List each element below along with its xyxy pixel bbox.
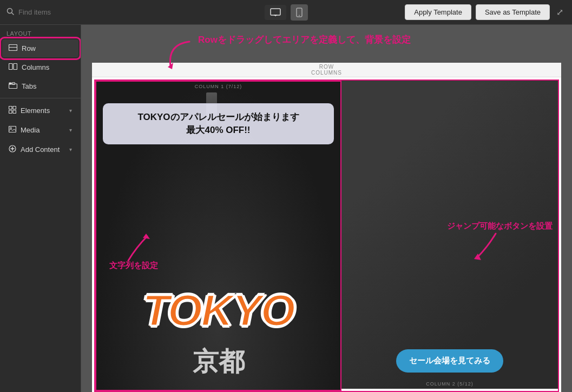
svg-rect-12 xyxy=(9,83,12,85)
sidebar: Layout Row Columns xyxy=(0,25,81,392)
row-icon xyxy=(9,44,17,52)
row-block: COLUMN 1 (7/12) TOKYO 京都 xyxy=(94,79,559,392)
sidebar-item-tabs-label: Tabs xyxy=(22,82,36,90)
sidebar-item-columns-label: Columns xyxy=(22,63,49,71)
search-area xyxy=(6,8,83,17)
svg-rect-9 xyxy=(9,64,13,70)
canvas-area: Rowをドラッグしてエリアを定義して、背景を設定 ROW COLUMNS COL… xyxy=(81,25,572,392)
sidebar-item-elements[interactable]: Elements ▾ xyxy=(2,101,78,120)
svg-rect-2 xyxy=(271,9,280,15)
topbar: Apply Template Save as Template ⤢ xyxy=(0,0,572,25)
kyoto-text-display: 京都 xyxy=(193,344,245,379)
column-2: セール会場を見てみる COLUMN 2 (5/12) ジャンプ可能なボタンを設置 xyxy=(341,81,558,391)
mobile-device-btn[interactable] xyxy=(291,4,308,21)
elements-icon xyxy=(9,106,16,115)
tokyo-text-display: TOKYO xyxy=(142,285,294,336)
text-overlay-box: TOKYOのアパレルセールが始まります 最大40% OFF!! xyxy=(103,103,334,144)
add-content-icon xyxy=(9,145,16,154)
text-overlay-main: TOKYOのアパレルセールが始まります 最大40% OFF!! xyxy=(113,111,324,137)
svg-rect-10 xyxy=(14,64,17,70)
sidebar-item-add-content-label: Add Content xyxy=(21,145,60,154)
layout-section-label: Layout xyxy=(0,25,81,39)
search-input[interactable] xyxy=(18,8,83,16)
svg-point-6 xyxy=(299,15,300,16)
column-1: COLUMN 1 (7/12) TOKYO 京都 xyxy=(95,81,341,391)
col1-label: COLUMN 1 (7/12) xyxy=(195,84,242,89)
topbar-actions: Apply Template Save as Template ⤢ xyxy=(405,4,566,20)
chevron-down-icon: ▾ xyxy=(69,108,72,114)
sidebar-item-elements-label: Elements xyxy=(21,107,50,115)
sidebar-item-add-content[interactable]: Add Content ▾ xyxy=(2,140,78,159)
main-wrap: Layout Row Columns xyxy=(0,25,572,392)
sidebar-item-media-label: Media xyxy=(21,126,40,134)
save-template-button[interactable]: Save as Template xyxy=(476,4,550,20)
annotation-title: Rowをドラッグしてエリアを定義して、背景を設定 xyxy=(198,34,411,46)
svg-rect-14 xyxy=(9,107,12,110)
sidebar-item-row[interactable]: Row xyxy=(2,39,78,57)
sidebar-item-tabs[interactable]: Tabs xyxy=(2,77,78,95)
desktop-device-btn[interactable] xyxy=(265,5,286,20)
columns-icon xyxy=(9,63,17,71)
chevron-down-icon-2: ▾ xyxy=(69,127,72,133)
device-switcher xyxy=(265,4,308,21)
tabs-icon xyxy=(9,82,17,90)
svg-rect-17 xyxy=(13,110,16,114)
svg-line-1 xyxy=(12,12,14,15)
row-indicator: ROW COLUMNS xyxy=(92,63,561,77)
col1-image: TOKYO 京都 TOKYOのアパレルセールが始まります 最大40% OFF!! xyxy=(96,82,340,390)
search-icon xyxy=(6,8,14,17)
jump-button[interactable]: セール会場を見てみる xyxy=(396,349,503,373)
col2-label: COLUMN 2 (5/12) xyxy=(341,381,558,387)
sidebar-item-row-label: Row xyxy=(22,44,36,52)
col2-fabric xyxy=(341,81,558,389)
svg-rect-18 xyxy=(9,127,16,132)
sidebar-divider xyxy=(0,98,81,98)
page-canvas: ROW COLUMNS COLUMN 1 (7/12) TOKYO 京都 xyxy=(92,63,561,392)
media-icon xyxy=(9,126,16,134)
apply-template-button[interactable]: Apply Template xyxy=(405,4,471,20)
svg-rect-16 xyxy=(9,110,12,114)
sidebar-item-media[interactable]: Media ▾ xyxy=(2,121,78,139)
col2-image: セール会場を見てみる COLUMN 2 (5/12) xyxy=(341,81,558,389)
expand-button[interactable]: ⤢ xyxy=(554,5,566,19)
svg-rect-15 xyxy=(13,107,16,110)
sidebar-item-columns[interactable]: Columns xyxy=(2,58,78,76)
chevron-down-icon-3: ▾ xyxy=(69,147,72,152)
